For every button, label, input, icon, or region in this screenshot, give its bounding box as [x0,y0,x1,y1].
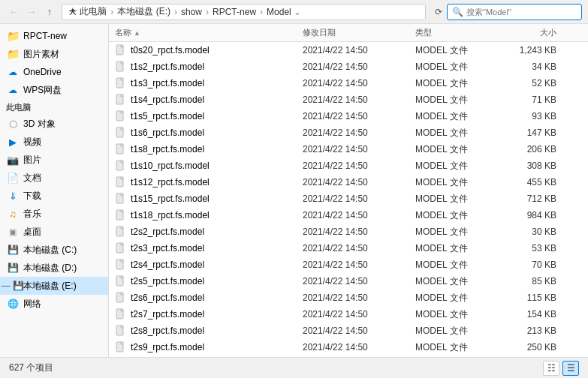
file-icon [115,61,127,73]
file-date-cell: 2021/4/22 14:50 [303,309,415,320]
sidebar-item-video[interactable]: ▶ 视频 [0,133,108,151]
table-row[interactable]: t2s3_rpct.fs.model 2021/4/22 14:50 MODEL… [109,240,588,256]
table-row[interactable]: t1s8_rpct.fs.model 2021/4/22 14:50 MODEL… [109,141,588,158]
file-date-cell: 2021/4/22 14:50 [303,144,415,154]
file-name-cell: t2s2_rpct.fs.model [115,226,303,238]
sidebar-item-docs[interactable]: 📄 文档 [0,169,108,187]
svg-rect-31 [121,292,123,295]
sidebar-label: OneDrive [23,67,62,77]
file-date-cell: 2021/4/22 14:50 [303,342,415,352]
table-row[interactable]: t2s6_rpct.fs.model 2021/4/22 14:50 MODEL… [109,290,588,306]
file-type-cell: MODEL 文件 [415,143,505,156]
file-type-cell: MODEL 文件 [415,61,505,74]
folder-icon: 📁 [6,29,20,43]
sidebar-label: 文档 [23,172,41,184]
file-icon [115,242,127,254]
breadcrumb-e: 本地磁盘 (E:) [117,5,170,18]
sidebar-item-drive-c[interactable]: 💾 本地磁盘 (C:) [0,241,108,259]
file-type-cell: MODEL 文件 [415,77,505,90]
images-icon: 📷 [6,153,20,166]
sidebar-item-downloads[interactable]: ⇓ 下载 [0,187,108,205]
folder-icon: 📁 [6,47,20,61]
details-view-button[interactable]: ☰ [562,361,579,376]
file-date-cell: 2021/4/22 14:50 [303,292,415,303]
breadcrumb-pc: 🟉 此电脑 [68,5,107,18]
file-size-cell: 53 KB [505,243,565,254]
file-icon [115,143,127,155]
drive-d-icon: 💾 [6,261,20,274]
sidebar-item-wps[interactable]: ☁ WPS网盘 [0,81,108,99]
sidebar-item-desktop[interactable]: ▣ 桌面 [0,223,108,241]
forward-button[interactable]: → [24,4,39,20]
sidebar-item-3d[interactable]: ⬡ 3D 对象 [0,115,108,133]
svg-rect-27 [121,260,123,262]
table-row[interactable]: t1s3_rpct.fs.model 2021/4/22 14:50 MODEL… [109,75,588,92]
svg-rect-21 [121,210,123,212]
list-view-button[interactable]: ☷ [543,361,559,376]
col-name-header[interactable]: 名称 ▲ [115,27,303,38]
sidebar-item-images[interactable]: 📷 图片 [0,151,108,169]
table-row[interactable]: t1s4_rpct.fs.model 2021/4/22 14:50 MODEL… [109,92,588,108]
svg-rect-35 [121,326,123,328]
back-button[interactable]: ← [6,4,21,20]
file-icon [115,77,127,89]
search-input[interactable] [466,8,564,16]
sidebar-item-music[interactable]: ♫ 音乐 [0,205,108,223]
table-row[interactable]: t2s4_rpct.fs.model 2021/4/22 14:50 MODEL… [109,256,588,273]
sidebar-label: 下载 [23,190,41,202]
music-icon: ♫ [6,207,20,220]
breadcrumb-rpct: RPCT-new [213,7,256,17]
search-bar[interactable]: 🔍 [447,4,582,20]
col-date-header[interactable]: 修改日期 [303,27,415,38]
table-row[interactable]: t1s15_rpct.fs.model 2021/4/22 14:50 MODE… [109,190,588,207]
item-count: 627 个项目 [9,362,53,374]
search-icon: 🔍 [452,7,463,17]
cloud-icon: ☁ [6,83,20,97]
sidebar-item-drive-e[interactable]: — 💾 本地磁盘 (E:) [0,277,108,295]
table-row[interactable]: t1s18_rpct.fs.model 2021/4/22 14:50 MODE… [109,207,588,224]
sidebar-label: 本地磁盘 (D:) [23,262,77,274]
table-row[interactable]: t1s12_rpct.fs.model 2021/4/22 14:50 MODE… [109,174,588,190]
col-size-header[interactable]: 大小 [505,27,565,38]
file-name-cell: t1s18_rpct.fs.model [115,209,303,221]
cloud-icon: ☁ [6,65,20,79]
file-size-cell: 85 KB [505,276,565,286]
table-row[interactable]: t2s2_rpct.fs.model 2021/4/22 14:50 MODEL… [109,224,588,240]
file-size-cell: 455 KB [505,177,565,188]
table-row[interactable]: t1s10_rpct.fs.model 2021/4/22 14:50 MODE… [109,158,588,174]
file-date-cell: 2021/4/22 14:50 [303,128,415,138]
file-size-cell: 154 KB [505,309,565,320]
refresh-button[interactable]: ⟳ [430,4,447,20]
address-bar[interactable]: 🟉 此电脑 › 本地磁盘 (E:) › show › RPCT-new › Mo… [62,4,426,20]
table-row[interactable]: t1s5_rpct.fs.model 2021/4/22 14:50 MODEL… [109,108,588,124]
sidebar-label: WPS网盘 [23,84,62,97]
table-row[interactable]: t1s2_rpct.fs.model 2021/4/22 14:50 MODEL… [109,58,588,75]
svg-rect-5 [121,78,123,80]
table-row[interactable]: t2s9_rpct.fs.model 2021/4/22 14:50 MODEL… [109,339,588,356]
table-row[interactable]: t2s7_rpct.fs.model 2021/4/22 14:50 MODEL… [109,306,588,322]
file-date-cell: 2021/4/22 14:50 [303,194,415,204]
file-icon [115,325,127,337]
sort-arrow: ▲ [134,29,140,37]
file-type-cell: MODEL 文件 [415,160,505,172]
file-name-cell: t1s5_rpct.fs.model [115,110,303,122]
col-type-header[interactable]: 类型 [415,27,505,38]
file-size-cell: 30 KB [505,226,565,237]
svg-rect-13 [121,144,123,146]
sidebar-item-onedrive[interactable]: ☁ OneDrive [0,63,108,81]
svg-rect-15 [121,160,123,163]
file-name-cell: t2s6_rpct.fs.model [115,292,303,304]
sidebar-item-drive-d[interactable]: 💾 本地磁盘 (D:) [0,259,108,277]
breadcrumb-show: show [181,7,202,17]
sidebar-item-pictures[interactable]: 📁 图片素材 [0,45,108,63]
table-row[interactable]: t2s5_rpct.fs.model 2021/4/22 14:50 MODEL… [109,273,588,290]
table-row[interactable]: t2s8_rpct.fs.model 2021/4/22 14:50 MODEL… [109,322,588,339]
sidebar-item-network[interactable]: 🌐 网络 [0,295,108,313]
file-type-cell: MODEL 文件 [415,127,505,140]
file-icon [115,127,127,139]
up-button[interactable]: ↑ [42,4,57,20]
sidebar-item-rpct-new[interactable]: 📁 RPCT-new [0,27,108,45]
column-headers: 名称 ▲ 修改日期 类型 大小 [109,24,588,42]
table-row[interactable]: t1s6_rpct.fs.model 2021/4/22 14:50 MODEL… [109,124,588,141]
table-row[interactable]: t0s20_rpct.fs.model 2021/4/22 14:50 MODE… [109,42,588,58]
